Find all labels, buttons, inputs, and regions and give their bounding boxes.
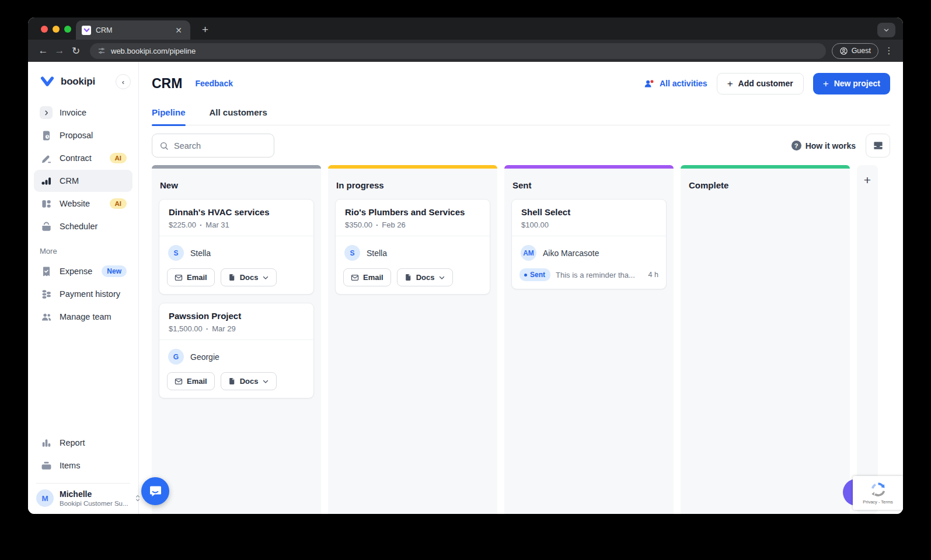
bookipi-logo-icon: [39, 73, 56, 90]
search-box[interactable]: [152, 134, 274, 158]
browser-tab[interactable]: CRM ✕: [76, 20, 190, 40]
card-amount: $1,500.00: [169, 324, 203, 333]
feedback-link[interactable]: Feedback: [195, 79, 233, 88]
email-button[interactable]: Email: [343, 268, 391, 286]
sidebar-collapse-button[interactable]: ‹: [116, 74, 131, 89]
sidebar-item-invoice[interactable]: Invoice: [34, 102, 132, 124]
search-icon: [159, 141, 169, 150]
sidebar-item-expense[interactable]: ExpenseNew: [34, 260, 132, 282]
sidebar-item-label: Report: [60, 438, 85, 447]
email-icon: [175, 377, 183, 386]
sidebar-item-manage-team[interactable]: Manage team: [34, 306, 132, 328]
badge-ai: AI: [110, 153, 127, 163]
back-button[interactable]: ←: [35, 43, 51, 59]
email-button[interactable]: Email: [167, 372, 215, 390]
sidebar-item-label: Scheduler: [60, 222, 97, 231]
email-icon: [175, 274, 183, 282]
traffic-light-close[interactable]: [41, 26, 48, 33]
sidebar-item-crm[interactable]: CRM: [34, 170, 132, 192]
recaptcha-badge[interactable]: Privacy - Terms: [853, 476, 903, 510]
user-role: Bookipi Customer Su...: [60, 500, 128, 507]
sidebar-item-website[interactable]: WebsiteAI: [34, 192, 132, 215]
search-input[interactable]: [174, 141, 267, 150]
docs-button[interactable]: Docs: [397, 268, 454, 286]
sidebar-nav-bottom: ReportItems: [28, 432, 138, 477]
expense-icon: [40, 265, 53, 278]
forward-button[interactable]: →: [51, 43, 68, 59]
site-settings-icon[interactable]: [97, 47, 106, 55]
browser-toolbar: ← → ↻ web.bookipi.com/pipeline Guest ⋮: [28, 40, 903, 62]
pipeline-board: NewDinnah's HVAC services$225.00Mar 31SS…: [152, 165, 890, 514]
email-icon: [351, 274, 359, 282]
meta-separator: [200, 220, 202, 229]
tab-pipeline[interactable]: Pipeline: [152, 107, 186, 125]
docs-button[interactable]: Docs: [221, 372, 277, 390]
tab-close-icon[interactable]: ✕: [173, 25, 184, 36]
column-title: Complete: [689, 180, 842, 190]
traffic-light-minimize[interactable]: [53, 26, 60, 33]
sidebar-item-items[interactable]: Items: [34, 454, 132, 477]
browser-tab-strip: CRM ✕ +: [28, 18, 903, 40]
sidebar-item-contract[interactable]: ContractAI: [34, 147, 132, 169]
card-amount: $350.00: [345, 220, 372, 229]
how-it-works-link[interactable]: ? How it works: [791, 141, 856, 150]
user-menu[interactable]: M Michelle Bookipi Customer Su...: [28, 484, 138, 509]
traffic-light-zoom[interactable]: [64, 26, 71, 33]
contact-name: Stella: [190, 249, 211, 258]
column-title: In progress: [336, 180, 489, 190]
pipeline-card[interactable]: Shell Select$100.00AMAiko MarcasoteSentT…: [511, 199, 667, 289]
tab-search-chevron-button[interactable]: [877, 23, 895, 37]
new-project-button[interactable]: + New project: [813, 73, 890, 94]
address-bar[interactable]: web.bookipi.com/pipeline: [90, 43, 826, 59]
sidebar-item-report[interactable]: Report: [34, 432, 132, 454]
pipeline-card[interactable]: Dinnah's HVAC services$225.00Mar 31SStel…: [159, 199, 314, 295]
chat-widget-button[interactable]: [141, 477, 169, 505]
browser-menu-icon[interactable]: ⋮: [882, 46, 896, 56]
email-button-label: Email: [187, 273, 207, 282]
profile-label: Guest: [852, 47, 871, 55]
status-label: Sent: [530, 271, 545, 279]
window-controls: [41, 26, 71, 33]
sidebar-item-label: Items: [60, 461, 80, 470]
column-body: Complete: [681, 169, 850, 514]
card-actions: EmailDocs: [343, 268, 482, 286]
pipeline-card[interactable]: Rio's Plumbers and Services$350.00Feb 26…: [335, 199, 490, 295]
pipeline-card[interactable]: Pawssion Project$1,500.00Mar 29GGeorgieE…: [159, 303, 314, 398]
main-content: CRM Feedback All activities + Add custom…: [139, 62, 903, 514]
tab-all-customers[interactable]: All customers: [210, 107, 267, 125]
add-column-button[interactable]: +: [857, 165, 878, 514]
contact-avatar: AM: [521, 245, 536, 261]
inbox-icon: [873, 140, 884, 151]
email-button[interactable]: Email: [167, 268, 215, 286]
column-body: SentShell Select$100.00AMAiko MarcasoteS…: [504, 169, 674, 514]
card-date: Mar 29: [212, 324, 235, 333]
items-icon: [40, 459, 53, 472]
sidebar-item-scheduler[interactable]: Scheduler: [34, 215, 132, 237]
sidebar-item-proposal[interactable]: Proposal: [34, 124, 132, 146]
proposal-icon: [40, 129, 53, 142]
new-tab-button[interactable]: +: [198, 23, 212, 36]
activity-message: This is a reminder tha...: [556, 271, 643, 279]
url-text: web.bookipi.com/pipeline: [111, 47, 196, 55]
board-column-new: NewDinnah's HVAC services$225.00Mar 31SS…: [152, 165, 321, 514]
website-icon: [40, 197, 53, 210]
chevron-down-icon: [262, 378, 269, 385]
brand-row: bookipi ‹: [28, 70, 138, 93]
docs-button[interactable]: Docs: [221, 268, 277, 286]
reload-button[interactable]: ↻: [68, 43, 84, 59]
recaptcha-text[interactable]: Privacy - Terms: [863, 499, 893, 505]
status-dot-icon: [524, 274, 527, 276]
brand-name: bookipi: [61, 76, 95, 88]
all-activities-link[interactable]: All activities: [644, 78, 707, 89]
sidebar-item-payment-history[interactable]: Payment history: [34, 283, 132, 305]
sidebar-nav-more: ExpenseNewPayment historyManage team: [28, 260, 138, 328]
sidebar-item-label: Manage team: [60, 312, 111, 321]
contact-name: Georgie: [190, 352, 219, 362]
archive-button[interactable]: [866, 134, 890, 158]
contact-row: GGeorgie: [168, 349, 305, 365]
sidebar-item-label: CRM: [60, 176, 79, 186]
add-customer-button[interactable]: + Add customer: [717, 73, 804, 94]
profile-button[interactable]: Guest: [832, 43, 878, 59]
document-icon: [228, 274, 236, 281]
chevron-down-icon: [438, 274, 445, 281]
